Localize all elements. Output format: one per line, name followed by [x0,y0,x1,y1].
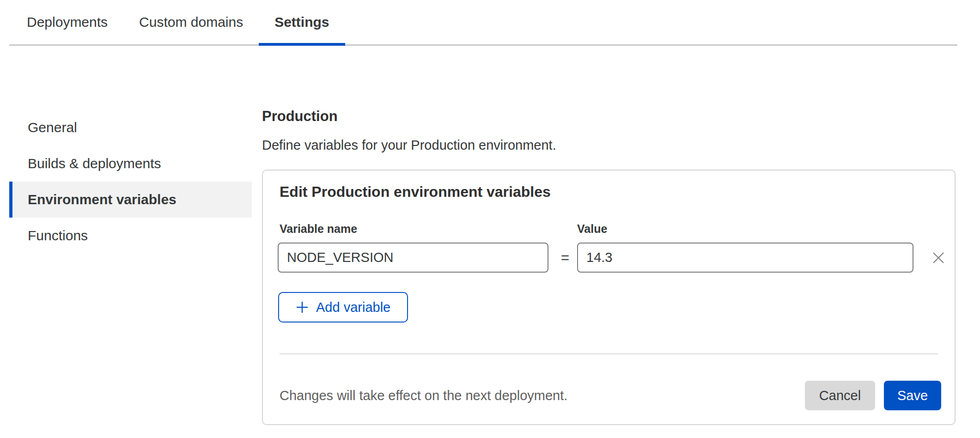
card-title: Edit Production environment variables [280,183,551,201]
sidebar-item-functions[interactable]: Functions [9,218,252,254]
add-variable-button[interactable]: Add variable [278,292,408,322]
pages-settings-screen: Deployments Custom domains Settings Gene… [0,0,980,438]
variable-value-input[interactable] [577,243,913,273]
value-label: Value [577,222,607,236]
remove-variable-button[interactable] [928,249,949,267]
tab-bar: Deployments Custom domains Settings [9,0,957,46]
sidebar-item-environment-variables[interactable]: Environment variables [9,182,252,218]
close-icon [931,251,945,265]
sidebar-item-general[interactable]: General [9,110,252,146]
sidebar-item-builds-deployments[interactable]: Builds & deployments [9,146,252,182]
deployment-note: Changes will take effect on the next dep… [280,388,567,403]
page-title: Production [262,108,338,125]
plus-icon [296,301,309,314]
page-description: Define variables for your Production env… [262,138,556,153]
cancel-button[interactable]: Cancel [805,381,875,410]
equals-sign: = [553,243,577,273]
card-divider [280,353,938,354]
save-button[interactable]: Save [884,381,941,410]
variable-name-label: Variable name [280,222,357,236]
settings-sidebar: General Builds & deployments Environment… [9,110,252,254]
variable-name-input[interactable] [278,243,548,273]
environment-variables-card: Edit Production environment variables Va… [262,170,956,425]
tab-deployments[interactable]: Deployments [11,0,123,44]
tab-settings[interactable]: Settings [259,0,345,44]
tab-custom-domains[interactable]: Custom domains [123,0,259,44]
add-variable-button-label: Add variable [316,300,390,315]
